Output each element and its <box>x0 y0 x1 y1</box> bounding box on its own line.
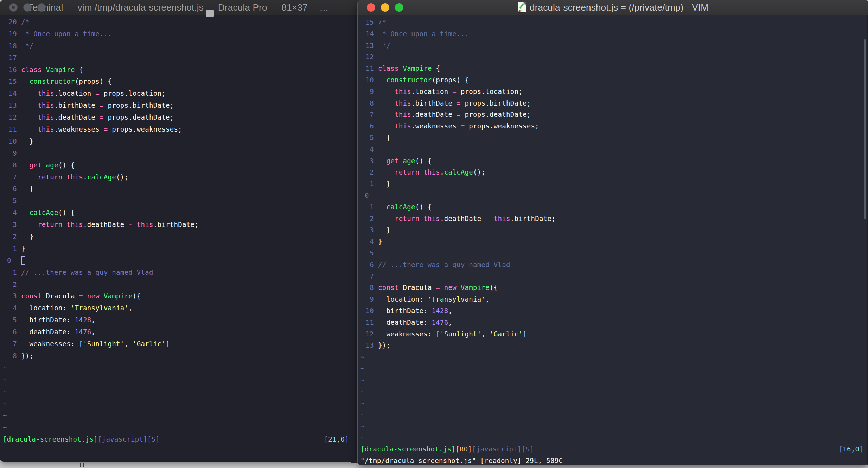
code-token <box>378 110 395 118</box>
code-line[interactable]: 11class Vampire { <box>360 63 868 74</box>
code-token: = <box>457 110 461 118</box>
code-line[interactable]: 6 this.weaknesses = props.weaknesses; <box>360 120 868 132</box>
code-line[interactable]: 0 <box>360 190 868 201</box>
line-number: 4 <box>360 236 374 247</box>
code-line[interactable]: 1} <box>3 243 357 255</box>
code-line[interactable]: 1// ...there was a guy named Vlad <box>3 267 357 279</box>
code-line[interactable]: 13 */ <box>360 40 868 51</box>
tilde-marker: ~ <box>360 353 365 361</box>
code-token: Vampire <box>461 284 490 291</box>
code-line[interactable]: 7 this.deathDate = props.deathDate; <box>360 109 868 120</box>
code-line[interactable]: 10 } <box>3 135 357 147</box>
macvim-buffer[interactable]: 15/*14 * Once upon a time...13 */1211cla… <box>358 15 868 465</box>
document-proxy-icon[interactable]: JS <box>518 2 526 13</box>
code-line[interactable]: 3 return this.deathDate - this.birthDate… <box>3 219 357 231</box>
code-line[interactable]: 15 constructor(props) { <box>3 76 357 88</box>
vim-command-line: "/tmp/dracula-screenshot.js" [readonly] … <box>360 455 868 465</box>
code-line[interactable]: 13}); <box>360 340 868 351</box>
code-line[interactable]: 14 * Once upon a time... <box>360 28 868 40</box>
code-line[interactable]: 6// ...there was a guy named Vlad <box>360 259 868 271</box>
code-line[interactable]: 12 weaknesses: ['Sunlight', 'Garlic'] <box>360 328 868 340</box>
code-line[interactable]: 10 constructor(props) { <box>360 74 868 86</box>
code-token: new <box>444 284 457 291</box>
code-line[interactable]: 4} <box>360 236 868 247</box>
code-line[interactable]: 9 location: 'Transylvania', <box>360 293 868 305</box>
code-line[interactable]: 11 this.weaknesses = props.weaknesses; <box>3 124 357 135</box>
code-line[interactable]: 7 weaknesses: ['Sunlight', 'Garlic'] <box>3 338 357 350</box>
code-token: props.weaknesses; <box>108 125 182 133</box>
line-number: 10 <box>360 74 374 86</box>
code-line[interactable]: 6 } <box>3 183 357 195</box>
code-line[interactable]: 20/* <box>3 16 357 28</box>
code-token: this <box>38 101 54 109</box>
terminal-titlebar[interactable]: Terminal — vim /tmp/dracula-screenshot.j… <box>0 0 357 15</box>
close-button[interactable] <box>367 3 375 12</box>
line-number: 4 <box>3 302 17 314</box>
code-line[interactable]: 1 calcAge() { <box>360 201 868 213</box>
tilde-marker: ~ <box>360 399 365 407</box>
line-number: 5 <box>360 132 374 144</box>
macvim-titlebar[interactable]: JS dracula-screenshot.js = (/private/tmp… <box>358 0 868 15</box>
code-line[interactable]: 0 <box>3 255 357 267</box>
code-token: props.deathDate; <box>104 113 174 121</box>
zoom-button[interactable] <box>395 3 403 12</box>
code-token: = <box>436 284 440 291</box>
code-line[interactable]: 3 } <box>360 224 868 236</box>
code-line[interactable]: 3 get age() { <box>360 155 868 167</box>
code-line[interactable]: 18 */ <box>3 40 357 52</box>
code-line[interactable]: 9 <box>3 147 357 159</box>
code-line[interactable]: 8const Dracula = new Vampire({ <box>360 282 868 293</box>
code-line[interactable]: 5 <box>360 247 868 259</box>
code-line[interactable]: 10 birthDate: 1428, <box>360 305 868 317</box>
screenshot-stage: Terminal — vim /tmp/dracula-screenshot.j… <box>0 0 868 468</box>
code-token: , <box>91 316 96 324</box>
code-line[interactable]: 15/* <box>360 17 868 28</box>
code-line[interactable]: 16class Vampire { <box>3 64 357 76</box>
code-line[interactable]: 2 return this.calcAge(); <box>360 166 868 178</box>
code-line[interactable]: 12 this.deathDate = props.deathDate; <box>3 112 357 124</box>
zoom-button[interactable] <box>37 3 46 12</box>
close-button[interactable] <box>9 3 18 12</box>
code-line[interactable]: 12 <box>360 51 868 63</box>
code-line[interactable]: 2 <box>3 279 357 291</box>
line-number: 17 <box>3 52 17 64</box>
code-token <box>133 221 137 228</box>
code-line[interactable]: 3const Dracula = new Vampire({ <box>3 290 357 302</box>
empty-buffer-line: ~ <box>3 386 357 398</box>
code-line[interactable]: 4 location: 'Transylvania', <box>3 302 357 314</box>
code-line[interactable]: 2 } <box>3 231 357 243</box>
code-line[interactable]: 9 this.location = props.location; <box>360 86 868 97</box>
code-line[interactable]: 5 } <box>360 132 868 144</box>
macvim-window-title: dracula-screenshot.js = (/private/tmp) -… <box>530 2 708 13</box>
code-line[interactable]: 19 * Once upon a time... <box>3 28 357 40</box>
code-line[interactable]: 14 this.location = props.location; <box>3 88 357 100</box>
tilde-marker: ~ <box>360 365 365 372</box>
code-line[interactable]: 6 deathDate: 1476, <box>3 326 357 338</box>
minimize-button[interactable] <box>381 3 389 12</box>
code-line[interactable]: 8 this.birthDate = props.birthDate; <box>360 97 868 109</box>
code-line[interactable]: 8 get age() { <box>3 159 357 171</box>
line-number: 3 <box>3 219 17 231</box>
macvim-scrollbar-thumb[interactable] <box>864 39 866 219</box>
background-window-artifact <box>83 463 84 467</box>
code-token: constructor <box>386 76 432 84</box>
code-line[interactable]: 5 birthDate: 1428, <box>3 314 357 326</box>
code-line[interactable]: 7 return this.calcAge(); <box>3 171 357 183</box>
code-line[interactable]: 7 <box>360 271 868 282</box>
code-line[interactable]: 1 } <box>360 178 868 190</box>
code-line[interactable]: 13 this.birthDate = props.birthDate; <box>3 100 357 112</box>
line-number: 10 <box>3 135 17 147</box>
code-line[interactable]: 11 deathDate: 1476, <box>360 317 868 328</box>
code-token <box>399 157 403 165</box>
line-number: 12 <box>360 328 374 340</box>
code-line[interactable]: 4 calcAge() { <box>3 207 357 219</box>
minimize-button[interactable] <box>23 3 32 12</box>
code-line[interactable]: 2 return this.deathDate - this.birthDate… <box>360 213 868 224</box>
code-line[interactable]: 8}); <box>3 350 357 362</box>
terminal-vim-buffer[interactable]: 20/*19 * Once upon a time...18 */1716cla… <box>0 15 357 457</box>
code-line[interactable]: 17 <box>3 52 357 64</box>
code-token <box>62 221 66 228</box>
code-line[interactable]: 4 <box>360 144 868 155</box>
code-token: */ <box>378 42 390 49</box>
code-line[interactable]: 5 <box>3 195 357 207</box>
